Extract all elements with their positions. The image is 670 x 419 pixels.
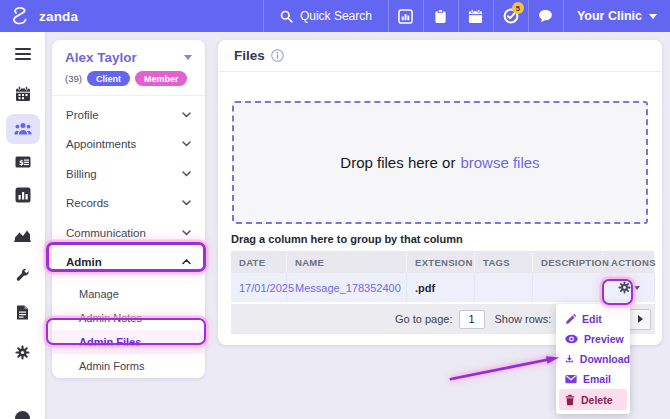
messages-topbar-button[interactable]	[528, 0, 563, 32]
sidebar-item-admin-notes[interactable]: Admin Notes	[52, 306, 205, 330]
files-panel: Files Drop files here or browse files Dr…	[218, 40, 662, 345]
row-actions-gear-button[interactable]	[618, 281, 640, 294]
approvals-topbar-button[interactable]: 5	[493, 0, 528, 32]
column-header-description[interactable]: DESCRIPTION	[533, 251, 603, 273]
envelope-icon	[565, 374, 577, 384]
svg-text:$: $	[19, 159, 24, 167]
client-badge: Client	[87, 71, 130, 86]
sidebar-item-admin-files[interactable]: Admin Files	[52, 330, 205, 354]
actions-cell	[603, 273, 655, 302]
column-header-name[interactable]: NAME	[287, 251, 407, 273]
menu-item-label: Email	[583, 373, 611, 385]
rail-menu-button[interactable]	[6, 39, 40, 69]
page-number-input[interactable]	[459, 310, 485, 329]
sidebar-item-appointments[interactable]: Appointments	[52, 130, 205, 160]
next-page-button[interactable]	[629, 309, 651, 330]
column-header-extension[interactable]: EXTENSION	[407, 251, 475, 273]
menu-item-download[interactable]: Download	[556, 349, 630, 369]
chat-bubble-icon	[538, 9, 553, 23]
group-by-hint: Drag a column here to group by that colu…	[231, 233, 662, 245]
show-rows-label: Show rows:	[495, 313, 552, 325]
tasks-topbar-button[interactable]	[423, 0, 458, 32]
help-icon[interactable]	[15, 411, 30, 419]
chevron-down-icon	[182, 230, 191, 236]
rail-calendar-button[interactable]	[6, 79, 40, 109]
rail-settings-button[interactable]	[6, 337, 40, 367]
invoice-icon: $	[15, 156, 31, 168]
column-header-tags[interactable]: TAGS	[475, 251, 533, 273]
chevron-down-icon	[649, 14, 657, 19]
gear-icon	[618, 281, 631, 294]
clipboard-icon	[434, 9, 447, 24]
member-badge: Member	[135, 71, 188, 86]
file-description	[533, 273, 603, 302]
file-extension: .pdf	[407, 273, 475, 302]
menu-item-preview[interactable]: Preview	[556, 329, 630, 349]
rail-tools-button[interactable]	[6, 260, 40, 290]
client-name: Alex Taylor	[65, 50, 137, 65]
hamburger-icon	[15, 48, 31, 60]
sidebar-item-billing[interactable]: Billing	[52, 159, 205, 189]
file-date-link[interactable]: 17/01/2025	[231, 273, 287, 302]
calendar-topbar-button[interactable]	[458, 0, 493, 32]
client-header: Alex Taylor (39) Client Member	[52, 40, 205, 95]
sidebar-item-admin-forms[interactable]: Admin Forms	[52, 354, 205, 378]
menu-label: Profile	[66, 109, 99, 121]
browse-files-link[interactable]: browse files	[460, 154, 539, 171]
client-id: (39)	[65, 73, 82, 84]
eye-icon	[565, 334, 578, 344]
notification-badge: 5	[512, 2, 524, 14]
clinic-menu-button[interactable]: Your Clinic	[563, 0, 670, 32]
sidebar-item-profile[interactable]: Profile	[52, 100, 205, 130]
clinic-label: Your Clinic	[577, 9, 642, 23]
sidebar-item-admin[interactable]: Admin	[52, 248, 205, 278]
file-dropzone[interactable]: Drop files here or browse files	[232, 101, 648, 224]
menu-item-label: Preview	[584, 333, 624, 345]
pencil-icon	[565, 314, 576, 325]
menu-label: Admin	[66, 256, 102, 268]
menu-item-email[interactable]: Email	[556, 369, 630, 389]
sidebar-item-communication[interactable]: Communication	[52, 218, 205, 248]
chevron-down-icon	[182, 141, 191, 147]
page-title: Files	[234, 48, 265, 63]
sidebar-item-manage[interactable]: Manage	[52, 282, 205, 306]
rail-billing-button[interactable]: $	[6, 147, 40, 177]
people-group-icon	[14, 122, 32, 136]
file-name-link[interactable]: Message_178352400	[287, 273, 407, 302]
topbar-spacer	[78, 0, 263, 32]
chevron-down-icon	[184, 55, 192, 60]
chevron-down-icon	[634, 286, 640, 290]
rail-reports-button[interactable]	[6, 180, 40, 210]
actions-context-menu: Edit Preview Download Email Delete	[556, 304, 630, 414]
bar-chart-icon	[15, 187, 31, 203]
submenu-label: Manage	[79, 288, 119, 300]
rail-analytics-button[interactable]	[6, 220, 40, 250]
submenu-label: Admin Files	[79, 336, 141, 348]
reports-topbar-button[interactable]	[388, 0, 423, 32]
download-icon	[565, 353, 574, 365]
menu-item-label: Download	[580, 353, 630, 365]
sidebar-item-records[interactable]: Records	[52, 189, 205, 219]
quick-search-label: Quick Search	[300, 9, 372, 23]
quick-search-button[interactable]: Quick Search	[263, 0, 388, 32]
submenu-label: Admin Forms	[79, 360, 144, 372]
menu-item-delete[interactable]: Delete	[559, 389, 627, 410]
column-header-actions[interactable]: ACTIONS	[603, 251, 655, 273]
client-name-dropdown[interactable]: Alex Taylor	[65, 50, 192, 65]
top-navigation-bar: zanda Quick Search 5 Your Clinic	[0, 0, 670, 32]
client-sidebar-panel: Alex Taylor (39) Client Member Profile A…	[52, 40, 205, 378]
chevron-down-icon	[182, 200, 191, 206]
file-tags	[475, 273, 533, 302]
info-icon[interactable]	[271, 49, 284, 62]
chevron-up-icon	[182, 259, 191, 265]
area-chart-icon	[14, 228, 31, 242]
calendar-icon	[15, 86, 31, 102]
menu-item-edit[interactable]: Edit	[556, 309, 630, 329]
brand[interactable]: zanda	[0, 0, 78, 32]
rail-clients-button[interactable]	[6, 114, 40, 144]
rail-documents-button[interactable]	[6, 297, 40, 327]
column-header-date[interactable]: DATE	[231, 251, 287, 273]
annotation-arrow	[443, 349, 568, 385]
arrow-right-icon	[638, 315, 643, 323]
search-icon	[280, 10, 293, 23]
